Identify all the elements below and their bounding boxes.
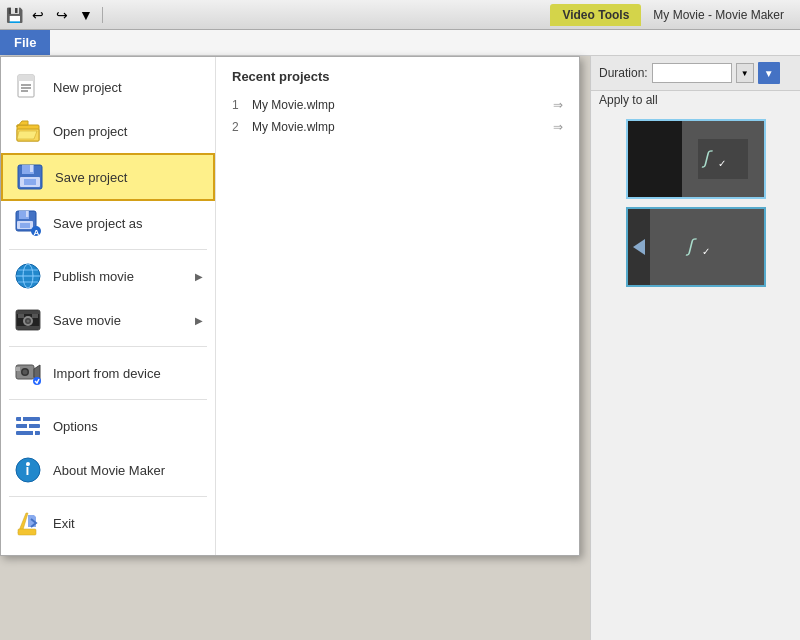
separator-3 (9, 399, 207, 400)
thumb-content-2: ʃ ✓ (650, 209, 764, 285)
new-project-label: New project (53, 80, 203, 95)
options-label: Options (53, 419, 203, 434)
save-project-as-label: Save project as (53, 216, 203, 231)
recent-item-2-name: My Movie.wlmp (252, 120, 547, 134)
open-project-icon (13, 116, 43, 146)
svg-rect-16 (20, 223, 30, 228)
window-title: My Movie - Movie Maker (641, 8, 796, 22)
publish-movie-label: Publish movie (53, 269, 185, 284)
exit-icon (13, 508, 43, 538)
apply-all-label[interactable]: Apply to all (599, 93, 658, 107)
svg-rect-1 (18, 75, 34, 81)
app-container: File New proj (0, 30, 800, 640)
import-from-device-icon (13, 358, 43, 388)
publish-movie-icon (13, 261, 43, 291)
save-project-icon (15, 162, 45, 192)
duration-input[interactable] (652, 63, 732, 83)
content-area: New project Open project (0, 56, 800, 640)
dropdown-arrow-icon[interactable]: ▼ (76, 5, 96, 25)
svg-rect-28 (16, 326, 40, 329)
title-bar: 💾 ↩ ↪ ▼ Video Tools My Movie - Movie Mak… (0, 0, 800, 30)
save-movie-arrow: ▶ (195, 315, 203, 326)
menu-item-publish-movie[interactable]: Publish movie ▶ (1, 254, 215, 298)
svg-rect-37 (16, 417, 40, 421)
new-project-icon (13, 72, 43, 102)
menu-item-about[interactable]: i About Movie Maker (1, 448, 215, 492)
menu-item-import-from-device[interactable]: Import from device (1, 351, 215, 395)
svg-rect-11 (24, 179, 36, 185)
options-icon (13, 411, 43, 441)
svg-point-45 (26, 462, 30, 466)
save-movie-label: Save movie (53, 313, 185, 328)
open-project-label: Open project (53, 124, 203, 139)
separator-4 (9, 496, 207, 497)
recent-item-1[interactable]: 1 My Movie.wlmp ⇒ (232, 94, 563, 116)
video-thumbnail-1[interactable]: ʃ ✓ (626, 119, 766, 199)
svg-point-31 (27, 320, 30, 323)
recent-item-2[interactable]: 2 My Movie.wlmp ⇒ (232, 116, 563, 138)
menu-item-save-movie[interactable]: Save movie ▶ (1, 298, 215, 342)
recent-projects-panel: Recent projects 1 My Movie.wlmp ⇒ 2 My M… (216, 57, 579, 555)
duration-dropdown-btn[interactable]: ▼ (736, 63, 754, 83)
separator-2 (9, 346, 207, 347)
menu-bar: File (0, 30, 800, 56)
publish-movie-arrow: ▶ (195, 271, 203, 282)
menu-item-exit[interactable]: Exit (1, 501, 215, 545)
svg-rect-35 (16, 367, 20, 371)
file-menu-dropdown: New project Open project (0, 56, 580, 556)
menu-item-new-project[interactable]: New project (1, 65, 215, 109)
video-tools-tab[interactable]: Video Tools (550, 4, 641, 26)
menu-item-options[interactable]: Options (1, 404, 215, 448)
video-thumbnails: ʃ ✓ (591, 113, 800, 640)
duration-label: Duration: (599, 66, 648, 80)
menu-item-open-project[interactable]: Open project (1, 109, 215, 153)
save-project-as-icon: A (13, 208, 43, 238)
apply-all-row: Apply to all (591, 91, 800, 113)
file-tab[interactable]: File (0, 30, 50, 55)
recent-projects-title: Recent projects (232, 69, 563, 84)
svg-text:✓: ✓ (702, 246, 710, 257)
video-thumbnail-2[interactable]: ʃ ✓ (626, 207, 766, 287)
svg-text:✓: ✓ (718, 158, 726, 169)
toolbar-separator (102, 7, 103, 23)
svg-rect-46 (18, 529, 36, 535)
file-menu-left: New project Open project (1, 57, 216, 555)
svg-text:A: A (34, 228, 40, 237)
recent-item-2-num: 2 (232, 120, 246, 134)
svg-rect-9 (30, 165, 33, 172)
svg-rect-27 (16, 311, 40, 314)
recent-item-2-pin[interactable]: ⇒ (553, 120, 563, 134)
right-panel: Duration: ▼ ▼ Apply to all ʃ (590, 56, 800, 640)
menu-item-save-project[interactable]: Save project (1, 153, 215, 201)
import-from-device-label: Import from device (53, 366, 203, 381)
exit-label: Exit (53, 516, 203, 531)
about-label: About Movie Maker (53, 463, 203, 478)
recent-item-1-num: 1 (232, 98, 246, 112)
thumb-dark-1 (628, 121, 682, 197)
about-icon: i (13, 455, 43, 485)
recent-item-1-name: My Movie.wlmp (252, 98, 547, 112)
thumb-content-1: ʃ ✓ (682, 121, 764, 197)
svg-rect-14 (26, 211, 29, 217)
save-project-label: Save project (55, 170, 201, 185)
recent-item-1-pin[interactable]: ⇒ (553, 98, 563, 112)
apply-all-icon[interactable]: ▼ (758, 62, 780, 84)
menu-item-save-project-as[interactable]: A Save project as (1, 201, 215, 245)
svg-rect-39 (16, 431, 40, 435)
save-movie-icon (13, 305, 43, 335)
separator-1 (9, 249, 207, 250)
undo-icon[interactable]: ↩ (28, 5, 48, 25)
toolbar-icons: 💾 ↩ ↪ ▼ (4, 5, 550, 25)
redo-icon[interactable]: ↪ (52, 5, 72, 25)
svg-point-34 (23, 370, 28, 375)
save-toolbar-icon[interactable]: 💾 (4, 5, 24, 25)
